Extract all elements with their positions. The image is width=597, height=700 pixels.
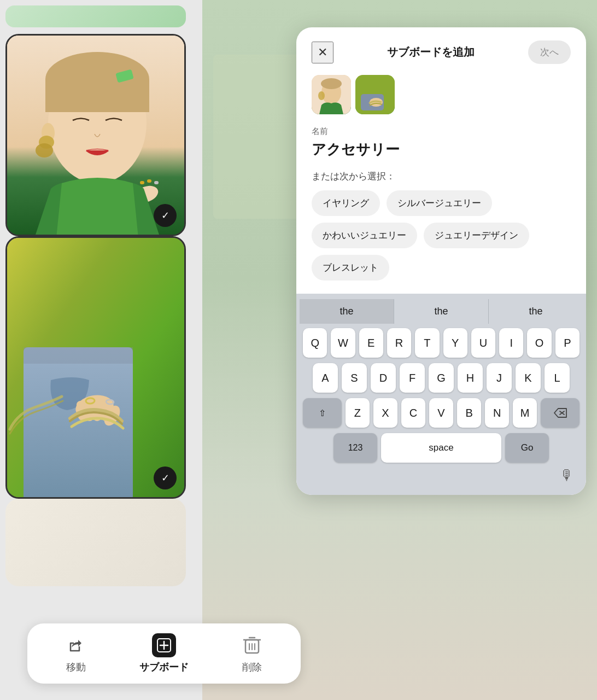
add-subboard-modal: ✕ サブボードを追加 次へ 名前 アクセサリー または: [296, 27, 586, 495]
keyboard-rows: Q W E R T Y U I O P A S D F G H J K: [300, 328, 583, 463]
move-label: 移動: [66, 661, 86, 674]
key-i[interactable]: I: [499, 328, 523, 358]
key-q[interactable]: Q: [303, 328, 327, 358]
key-j[interactable]: J: [487, 363, 512, 393]
key-b[interactable]: B: [457, 398, 481, 428]
key-u[interactable]: U: [471, 328, 495, 358]
key-row-1: Q W E R T Y U I O P: [303, 328, 580, 358]
key-shift[interactable]: ⇧: [303, 398, 342, 428]
tag-3[interactable]: ジュエリーデザイン: [424, 223, 529, 248]
svg-rect-14: [24, 347, 133, 364]
subboard-icon: [152, 633, 176, 657]
key-o[interactable]: O: [527, 328, 551, 358]
toolbar-move[interactable]: 移動: [64, 633, 88, 674]
suggested-tags: イヤリングシルバージュエリーかわいいジュエリージュエリーデザインブレスレット: [312, 190, 571, 281]
autocomplete-item-3[interactable]: the: [489, 299, 583, 324]
key-z[interactable]: Z: [346, 398, 370, 428]
mic-row: 🎙: [300, 463, 583, 486]
svg-rect-11: [154, 181, 159, 184]
svg-point-36: [321, 78, 342, 89]
modal-close-button[interactable]: ✕: [312, 42, 333, 63]
svg-rect-10: [147, 179, 151, 183]
key-g[interactable]: G: [429, 363, 454, 393]
key-m[interactable]: M: [513, 398, 537, 428]
key-t[interactable]: T: [415, 328, 439, 358]
check-badge-2: ✓: [154, 466, 177, 489]
key-l[interactable]: L: [545, 363, 570, 393]
move-icon: [64, 633, 88, 657]
key-backspace[interactable]: [541, 398, 580, 428]
tag-2[interactable]: かわいいジュエリー: [312, 223, 417, 248]
key-d[interactable]: D: [371, 363, 396, 393]
autocomplete-item-2[interactable]: the: [394, 299, 489, 324]
keyboard: the the the Q W E R T Y U I O P A S D: [296, 294, 586, 495]
autocomplete-item-1[interactable]: the: [300, 299, 394, 324]
tag-0[interactable]: イヤリング: [312, 190, 380, 216]
toolbar-delete[interactable]: 削除: [240, 633, 264, 674]
selected-thumbnails: [312, 75, 571, 114]
delete-label: 削除: [242, 661, 262, 674]
key-row-2: A S D F G H J K L: [303, 363, 580, 393]
key-w[interactable]: W: [331, 328, 355, 358]
pin-card-2: ✓: [5, 236, 186, 499]
key-row-4: 123 space Go: [303, 433, 580, 463]
key-go[interactable]: Go: [505, 433, 549, 463]
name-field-label: 名前: [312, 126, 571, 137]
key-p[interactable]: P: [555, 328, 580, 358]
modal-header: ✕ サブボードを追加 次へ: [312, 40, 571, 64]
key-r[interactable]: R: [387, 328, 411, 358]
key-v[interactable]: V: [429, 398, 453, 428]
key-k[interactable]: K: [516, 363, 541, 393]
key-s[interactable]: S: [342, 363, 367, 393]
key-y[interactable]: Y: [443, 328, 467, 358]
select-from-label: または次から選択：: [312, 170, 571, 183]
svg-point-7: [36, 143, 53, 158]
check-badge-1: ✓: [154, 204, 177, 227]
subboard-label: サブボード: [139, 661, 189, 674]
tag-4[interactable]: ブレスレット: [312, 255, 389, 281]
key-a[interactable]: A: [313, 363, 338, 393]
svg-point-37: [318, 91, 325, 100]
key-e[interactable]: E: [359, 328, 383, 358]
key-row-3: ⇧ Z X C V B N M: [303, 398, 580, 428]
key-n[interactable]: N: [485, 398, 509, 428]
key-c[interactable]: C: [401, 398, 425, 428]
toolbar-subboard[interactable]: サブボード: [139, 633, 189, 674]
key-space[interactable]: space: [381, 433, 501, 463]
name-field-value[interactable]: アクセサリー: [312, 140, 571, 159]
key-x[interactable]: X: [373, 398, 397, 428]
thumbnail-2: [355, 75, 395, 114]
key-h[interactable]: H: [458, 363, 483, 393]
svg-rect-3: [45, 79, 149, 112]
key-123[interactable]: 123: [333, 433, 377, 463]
svg-rect-9: [140, 181, 144, 184]
autocomplete-bar: the the the: [300, 299, 583, 324]
key-f[interactable]: F: [400, 363, 425, 393]
modal-title: サブボードを追加: [387, 45, 475, 60]
modal-next-button[interactable]: 次へ: [528, 40, 571, 64]
bottom-toolbar: 移動 サブボード 削除: [27, 623, 301, 684]
thumbnail-1: [312, 75, 351, 114]
tag-1[interactable]: シルバージュエリー: [387, 190, 492, 216]
mic-icon[interactable]: 🎙: [560, 467, 574, 484]
delete-icon: [240, 633, 264, 657]
pin-card-1: ✓: [5, 34, 186, 236]
